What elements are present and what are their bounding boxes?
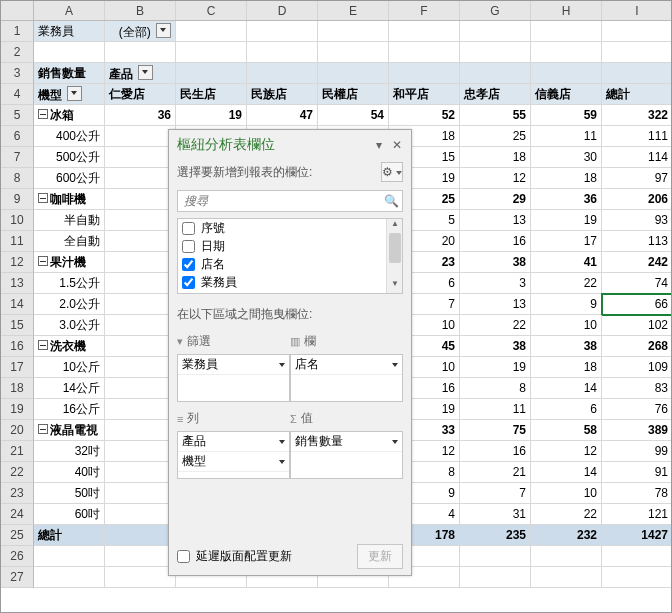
data-cell[interactable]: 113 <box>602 231 672 252</box>
col-label-cell[interactable]: 產品 <box>105 63 176 84</box>
data-cell[interactable]: 91 <box>602 462 672 483</box>
data-cell[interactable] <box>105 483 176 504</box>
data-cell[interactable] <box>105 399 176 420</box>
row-header[interactable]: 1 <box>1 21 34 42</box>
select-all-corner[interactable] <box>1 1 34 20</box>
data-cell[interactable] <box>105 147 176 168</box>
col-A[interactable]: A <box>34 1 105 20</box>
row-header[interactable]: 17 <box>1 357 34 378</box>
data-cell[interactable]: 18 <box>531 357 602 378</box>
data-cell[interactable]: 21 <box>460 462 531 483</box>
empty-cell[interactable] <box>105 567 176 588</box>
data-cell[interactable]: 14 <box>531 462 602 483</box>
empty-cell[interactable] <box>602 21 672 42</box>
scroll-up-icon[interactable]: ▲ <box>387 219 403 233</box>
row-label-7[interactable]: 500公升 <box>34 147 105 168</box>
data-cell[interactable] <box>105 231 176 252</box>
data-cell[interactable]: 3 <box>460 273 531 294</box>
data-cell[interactable] <box>105 315 176 336</box>
data-cell[interactable]: 66 <box>602 294 672 315</box>
data-cell[interactable]: 75 <box>460 420 531 441</box>
empty-cell[interactable] <box>460 567 531 588</box>
row-label-24[interactable]: 60吋 <box>34 504 105 525</box>
empty-cell[interactable] <box>105 546 176 567</box>
field-checkbox[interactable] <box>182 258 195 271</box>
row-label-21[interactable]: 32吋 <box>34 441 105 462</box>
empty-cell[interactable] <box>389 42 460 63</box>
data-cell[interactable]: 8 <box>460 378 531 399</box>
data-cell[interactable] <box>105 357 176 378</box>
data-cell[interactable]: 121 <box>602 504 672 525</box>
area-item[interactable]: 機型 <box>178 452 289 472</box>
data-cell[interactable]: 235 <box>460 525 531 546</box>
empty-cell[interactable] <box>460 42 531 63</box>
row-label-15[interactable]: 3.0公升 <box>34 315 105 336</box>
area-item[interactable]: 店名 <box>291 355 402 375</box>
field-item[interactable]: 產品 <box>178 291 402 294</box>
col-H[interactable]: H <box>531 1 602 20</box>
data-cell[interactable]: 41 <box>531 252 602 273</box>
col-B[interactable]: B <box>105 1 176 20</box>
data-cell[interactable] <box>105 441 176 462</box>
field-checkbox[interactable] <box>182 240 195 253</box>
empty-pivot-cell[interactable] <box>531 63 602 84</box>
col-I[interactable]: I <box>602 1 672 20</box>
row-label-25[interactable]: 總計 <box>34 525 105 546</box>
col-E[interactable]: E <box>318 1 389 20</box>
field-item[interactable]: 業務員 <box>178 273 402 291</box>
data-cell[interactable]: 7 <box>460 483 531 504</box>
data-cell[interactable]: 17 <box>531 231 602 252</box>
data-cell[interactable]: 1427 <box>602 525 672 546</box>
col-dropdown-icon[interactable] <box>138 65 153 80</box>
collapse-icon[interactable] <box>38 256 48 266</box>
data-cell[interactable]: 19 <box>460 357 531 378</box>
area-item[interactable]: 產品 <box>178 432 289 452</box>
data-cell[interactable]: 22 <box>531 504 602 525</box>
row-header[interactable]: 23 <box>1 483 34 504</box>
row-header[interactable]: 12 <box>1 252 34 273</box>
empty-cell[interactable] <box>602 546 672 567</box>
data-cell[interactable]: 22 <box>531 273 602 294</box>
row-header[interactable]: 15 <box>1 315 34 336</box>
data-cell[interactable]: 25 <box>460 126 531 147</box>
empty-pivot-cell[interactable] <box>602 63 672 84</box>
empty-pivot-cell[interactable] <box>247 63 318 84</box>
data-cell[interactable]: 12 <box>460 168 531 189</box>
col-D[interactable]: D <box>247 1 318 20</box>
data-cell[interactable] <box>105 462 176 483</box>
data-cell[interactable]: 47 <box>247 105 318 126</box>
empty-cell[interactable] <box>389 21 460 42</box>
empty-cell[interactable] <box>531 42 602 63</box>
data-cell[interactable]: 36 <box>105 105 176 126</box>
data-cell[interactable] <box>105 378 176 399</box>
column-area[interactable]: 店名 <box>290 354 403 402</box>
row-area[interactable]: 產品機型 <box>177 431 290 479</box>
field-item[interactable]: 店名 <box>178 255 402 273</box>
search-input[interactable] <box>178 191 380 211</box>
row-header[interactable]: 2 <box>1 42 34 63</box>
data-cell[interactable]: 99 <box>602 441 672 462</box>
row-header[interactable]: 22 <box>1 462 34 483</box>
value-area[interactable]: 銷售數量 <box>290 431 403 479</box>
data-cell[interactable] <box>105 126 176 147</box>
data-cell[interactable] <box>105 252 176 273</box>
row-label-16[interactable]: 洗衣機 <box>34 336 105 357</box>
empty-pivot-cell[interactable] <box>176 63 247 84</box>
area-item[interactable]: 業務員 <box>178 355 289 375</box>
row-header[interactable]: 7 <box>1 147 34 168</box>
collapse-icon[interactable] <box>38 424 48 434</box>
scrollbar[interactable]: ▲ ▼ <box>386 219 402 293</box>
data-cell[interactable]: 111 <box>602 126 672 147</box>
data-cell[interactable]: 22 <box>460 315 531 336</box>
empty-cell[interactable] <box>34 42 105 63</box>
row-header[interactable]: 6 <box>1 126 34 147</box>
row-label-22[interactable]: 40吋 <box>34 462 105 483</box>
data-cell[interactable]: 12 <box>531 441 602 462</box>
row-header[interactable]: 9 <box>1 189 34 210</box>
defer-layout-checkbox[interactable] <box>177 550 190 563</box>
pane-menu-icon[interactable]: ▾ <box>373 139 385 151</box>
data-cell[interactable]: 29 <box>460 189 531 210</box>
data-cell[interactable]: 52 <box>389 105 460 126</box>
data-cell[interactable]: 16 <box>460 441 531 462</box>
chevron-down-icon[interactable] <box>279 440 285 444</box>
